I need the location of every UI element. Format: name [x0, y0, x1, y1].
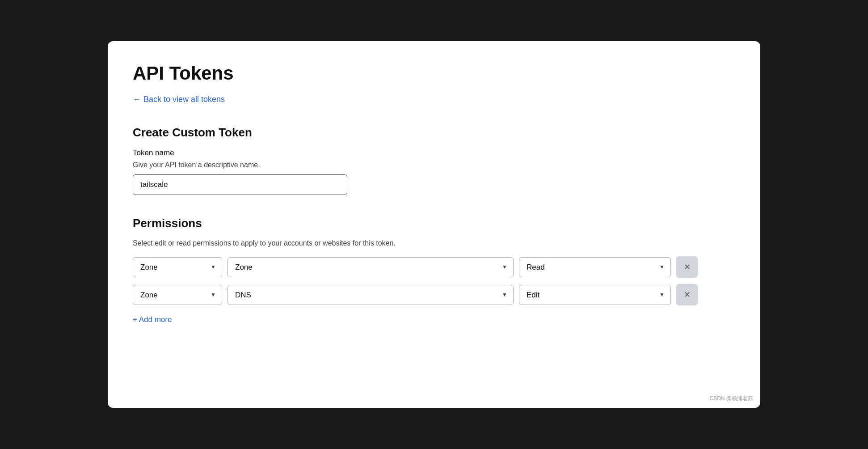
token-name-hint: Give your API token a descriptive name.: [133, 161, 735, 169]
type-select-2[interactable]: Zone Account: [133, 285, 222, 305]
resource-select-2[interactable]: Zone DNS Cache Rules Firewall Load Balan…: [228, 285, 514, 305]
type-select-wrapper-1: Zone Account ▼: [133, 257, 222, 277]
permission-select-2[interactable]: Read Edit: [519, 285, 671, 305]
back-to-tokens-link[interactable]: ← Back to view all tokens: [133, 95, 225, 104]
back-arrow-icon: ←: [133, 95, 141, 104]
token-name-field: Token name Give your API token a descrip…: [133, 148, 735, 195]
remove-row-1-button[interactable]: ✕: [676, 256, 698, 278]
permission-select-wrapper-1: Read Edit ▼: [519, 257, 671, 277]
token-name-label: Token name: [133, 148, 735, 157]
permissions-section: Permissions Select edit or read permissi…: [133, 216, 735, 324]
resource-select-wrapper-1: Zone DNS Cache Rules Firewall Load Balan…: [228, 257, 514, 277]
type-select-1[interactable]: Zone Account: [133, 257, 222, 277]
permissions-hint: Select edit or read permissions to apply…: [133, 239, 735, 247]
add-more-label: + Add more: [133, 315, 172, 324]
token-name-input[interactable]: [133, 174, 347, 195]
permission-select-wrapper-2: Read Edit ▼: [519, 285, 671, 305]
resource-select-wrapper-2: Zone DNS Cache Rules Firewall Load Balan…: [228, 285, 514, 305]
watermark: CSDN @杨浦老苏: [709, 395, 753, 402]
close-icon-1: ✕: [684, 262, 691, 272]
add-more-link[interactable]: + Add more: [133, 315, 172, 324]
remove-row-2-button[interactable]: ✕: [676, 284, 698, 305]
resource-select-1[interactable]: Zone DNS Cache Rules Firewall Load Balan…: [228, 257, 514, 277]
main-card: API Tokens ← Back to view all tokens Cre…: [108, 41, 760, 408]
permission-select-1[interactable]: Read Edit: [519, 257, 671, 277]
close-icon-2: ✕: [684, 290, 691, 300]
create-section-title: Create Custom Token: [133, 126, 735, 140]
permissions-section-title: Permissions: [133, 216, 735, 230]
page-title: API Tokens: [133, 63, 735, 84]
permission-row-1: Zone Account ▼ Zone DNS Cache Rules Fire…: [133, 256, 735, 278]
type-select-wrapper-2: Zone Account ▼: [133, 285, 222, 305]
back-link-label: Back to view all tokens: [143, 95, 225, 104]
permission-row-2: Zone Account ▼ Zone DNS Cache Rules Fire…: [133, 284, 735, 305]
